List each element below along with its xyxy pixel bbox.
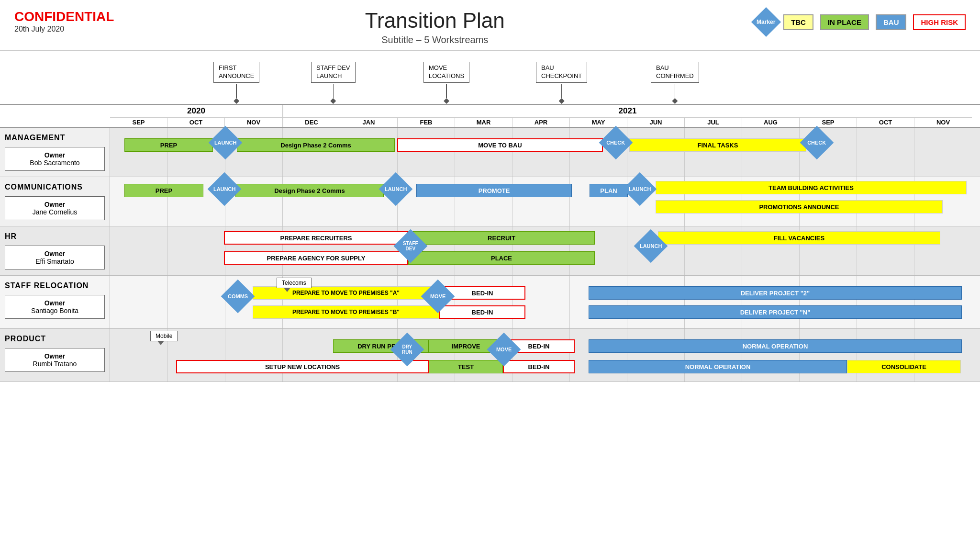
communications-owner-label: Owner bbox=[11, 201, 99, 208]
date-text: 20th July 2020 bbox=[14, 25, 114, 34]
workstream-management: MANAGEMENT Owner Bob Sacramento bbox=[0, 128, 980, 177]
legend-inplace: IN PLACE bbox=[820, 14, 869, 30]
prod-bar-normal-op-bottom: NORMAL OPERATION bbox=[589, 360, 847, 373]
prod-bar-setup-locations: SETUP NEW LOCATIONS bbox=[176, 360, 429, 373]
milestone-dot-2 bbox=[330, 98, 336, 104]
month-may-2021: MAY bbox=[570, 118, 627, 127]
grid-line bbox=[225, 329, 225, 382]
communications-owner-box: Owner Jane Cornelius bbox=[5, 196, 105, 220]
product-owner-label: Owner bbox=[11, 352, 99, 360]
mgmt-diamond-launch-label: LAUNCH bbox=[214, 140, 236, 146]
year-2020-months: SEP OCT NOV bbox=[110, 118, 282, 127]
management-label: MANAGEMENT Owner Bob Sacramento bbox=[0, 128, 110, 177]
legend-marker-wrap: Marker bbox=[756, 11, 777, 33]
grid-line bbox=[799, 276, 800, 328]
grid-line bbox=[627, 329, 627, 382]
communications-gantt: PREP Design Phase 2 Comms PROMOTE PLAN T… bbox=[110, 177, 980, 226]
month-feb-2021: FEB bbox=[398, 118, 455, 127]
comms-diamond-launch2-label: LAUNCH bbox=[385, 186, 407, 192]
staff-relocation-title: STAFF RELOCATION bbox=[5, 281, 105, 290]
grid-line bbox=[627, 276, 627, 328]
product-owner-box: Owner Rumbi Tratano bbox=[5, 348, 105, 372]
milestone-dot-4 bbox=[559, 98, 565, 104]
comms-bar-promotions: PROMOTIONS ANNOUNCE bbox=[656, 200, 943, 213]
product-owner-name: Rumbi Tratano bbox=[11, 360, 99, 368]
grid-line bbox=[684, 329, 685, 382]
product-title: PRODUCT bbox=[5, 335, 105, 343]
management-title: MANAGEMENT bbox=[5, 134, 105, 142]
grid-line bbox=[167, 128, 168, 177]
grid-line bbox=[340, 329, 340, 382]
hr-owner-label: Owner bbox=[11, 250, 99, 258]
hr-bar-prepare-agency: PREPARE AGENCY FOR SUPPLY bbox=[224, 251, 408, 265]
month-dec-2021: DEC bbox=[283, 118, 340, 127]
grid-line bbox=[569, 276, 570, 328]
milestone-line-1 bbox=[236, 84, 237, 98]
communications-label: COMMUNICATIONS Owner Jane Cornelius bbox=[0, 177, 110, 226]
grid-line bbox=[684, 276, 685, 328]
grid-line bbox=[857, 128, 857, 177]
year-2021-label: 2021 bbox=[283, 105, 972, 118]
month-sep-2021: SEP bbox=[800, 118, 857, 127]
year-2021: 2021 DEC JAN FEB MAR APR MAY JUN JUL AUG… bbox=[283, 105, 972, 127]
hr-bar-place: PLACE bbox=[408, 251, 595, 265]
milestone-line-2 bbox=[333, 84, 334, 98]
prod-bar-consolidate: CONSOLIDATE bbox=[847, 360, 961, 373]
grid-line bbox=[282, 128, 283, 177]
mobile-bubble-arrow bbox=[157, 341, 164, 345]
milestone-line-5 bbox=[675, 84, 676, 98]
milestone-dot-1 bbox=[234, 98, 239, 104]
month-jul-2021: JUL bbox=[685, 118, 742, 127]
staff-relocation-owner-box: Owner Santiago Bonita bbox=[5, 295, 105, 319]
comms-bar-design: Design Phase 2 Comms bbox=[235, 184, 384, 197]
mgmt-diamond-check1: CHECK bbox=[599, 126, 633, 160]
grid-line bbox=[914, 128, 914, 177]
milestone-bau-checkpoint: BAUCHECKPOINT bbox=[536, 62, 587, 104]
hr-title: HR bbox=[5, 232, 105, 241]
main-title: Transition Plan bbox=[365, 9, 505, 33]
mgmt-diamond-launch: LAUNCH bbox=[209, 126, 243, 160]
month-aug-2021: AUG bbox=[742, 118, 800, 127]
milestone-bau-confirmed: BAUCONFIRMED bbox=[651, 62, 699, 104]
year-2020: 2020 SEP OCT NOV bbox=[110, 105, 283, 127]
workstream-hr: HR Owner Effi Smartato bbox=[0, 226, 980, 276]
calendar-header: 2020 SEP OCT NOV 2021 DEC JAN FEB MAR AP… bbox=[0, 104, 980, 128]
milestone-line-4 bbox=[561, 84, 562, 98]
mobile-bubble: Mobile bbox=[150, 331, 178, 341]
staff-relocation-owner-label: Owner bbox=[11, 299, 99, 307]
grid-line bbox=[914, 276, 914, 328]
year-2020-label: 2020 bbox=[110, 105, 282, 118]
hr-bar-fill-vacancies: FILL VACANCIES bbox=[658, 231, 940, 245]
management-owner-name: Bob Sacramento bbox=[11, 159, 99, 167]
grid-line bbox=[282, 329, 283, 382]
grid-line bbox=[684, 128, 685, 177]
grid-line bbox=[512, 128, 512, 177]
grid-line bbox=[225, 276, 225, 328]
legend: Marker TBC IN PLACE BAU HIGH RISK bbox=[756, 11, 966, 33]
sr-bar-deliver-2: DELIVER PROJECT "2" bbox=[589, 286, 962, 300]
grid-line bbox=[857, 329, 857, 382]
staff-relocation-owner-name: Santiago Bonita bbox=[11, 307, 99, 314]
mgmt-diamond-check2: CHECK bbox=[800, 126, 834, 160]
staff-relocation-gantt: Telecoms PREPARE TO MOVE TO PREMISES "A"… bbox=[110, 276, 980, 328]
grid-line bbox=[167, 226, 168, 275]
header: CONFIDENTIAL 20th July 2020 Transition P… bbox=[0, 0, 980, 51]
management-owner-box: Owner Bob Sacramento bbox=[5, 147, 105, 171]
product-label: PRODUCT Owner Rumbi Tratano bbox=[0, 329, 110, 382]
month-nov-2021: NOV bbox=[914, 118, 972, 127]
mgmt-bar-move-to-bau: MOVE TO BAU bbox=[397, 138, 603, 152]
month-oct-2021: OCT bbox=[857, 118, 914, 127]
grid-line bbox=[742, 276, 742, 328]
grid-line bbox=[742, 128, 742, 177]
grid-line bbox=[397, 128, 398, 177]
milestone-dot-3 bbox=[444, 98, 449, 104]
month-jan-2021: JAN bbox=[340, 118, 398, 127]
grid-line bbox=[742, 329, 742, 382]
milestone-line-3 bbox=[446, 84, 447, 98]
hr-label: HR Owner Effi Smartato bbox=[0, 226, 110, 275]
mgmt-bar-final-tasks: FINAL TASKS bbox=[629, 138, 806, 152]
grid-line bbox=[627, 226, 627, 275]
sr-bar-deliver-n: DELIVER PROJECT "N" bbox=[589, 305, 962, 319]
milestone-box-5: BAUCONFIRMED bbox=[651, 62, 699, 83]
sr-diamond-comms-label: COMMS bbox=[228, 293, 248, 299]
